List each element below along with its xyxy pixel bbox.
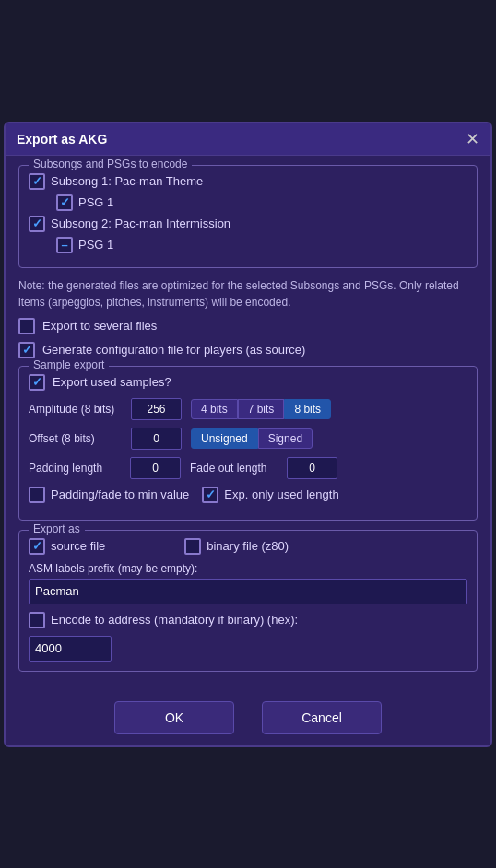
subsong1-checkbox[interactable] xyxy=(29,173,45,190)
subsongs-group-label: Subsongs and PSGs to encode xyxy=(29,158,192,170)
dialog-title: Export as AKG xyxy=(17,132,107,147)
exp-length-label: Exp. only used length xyxy=(224,487,338,501)
generate-config-row: Generate configuration file for players … xyxy=(18,342,478,358)
padding-label: Padding length xyxy=(29,462,121,475)
encode-row: Encode to address (mandatory if binary) … xyxy=(29,612,467,628)
generate-config-checkbox[interactable] xyxy=(18,342,35,358)
subsong2-label: Subsong 2: Pac-man Intermission xyxy=(51,217,230,230)
generate-config-label: Generate configuration file for players … xyxy=(42,343,305,357)
export-as-group-label: Export as xyxy=(29,522,85,535)
encode-checkbox[interactable] xyxy=(29,612,45,628)
title-bar: Export as AKG ✕ xyxy=(6,123,490,156)
offset-signed-btn[interactable]: Signed xyxy=(258,428,313,449)
subsongs-group: Subsongs and PSGs to encode Subsong 1: P… xyxy=(18,165,478,268)
export-samples-checkbox[interactable] xyxy=(29,374,45,391)
offset-input[interactable] xyxy=(131,428,182,450)
padding-input[interactable] xyxy=(130,457,181,479)
padmin-exp-row: Padding/fade to min value Exp. only used… xyxy=(29,487,467,503)
amplitude-btn-group: 4 bits 7 bits 8 bits xyxy=(191,399,331,419)
export-several-label: Export to several files xyxy=(42,319,157,333)
encode-label: Encode to address (mandatory if binary) … xyxy=(51,613,298,627)
asm-label: ASM labels prefix (may be empty): xyxy=(29,562,467,575)
amplitude-row: Amplitude (8 bits) 4 bits 7 bits 8 bits xyxy=(29,398,467,420)
source-label: source file xyxy=(51,539,105,553)
subsong2-checkbox[interactable] xyxy=(29,216,45,232)
amplitude-label: Amplitude (8 bits) xyxy=(29,403,125,416)
psg1-label: PSG 1 xyxy=(78,195,113,209)
psg2-checkbox[interactable] xyxy=(56,237,73,253)
amplitude-4bit-btn[interactable]: 4 bits xyxy=(191,399,238,419)
exp-length-checkbox[interactable] xyxy=(202,487,218,503)
encode-input[interactable] xyxy=(29,636,112,662)
close-button[interactable]: ✕ xyxy=(466,131,479,147)
binary-label: binary file (z80) xyxy=(207,539,289,553)
amplitude-8bit-btn[interactable]: 8 bits xyxy=(284,399,331,419)
sample-export-group-label: Sample export xyxy=(29,358,109,371)
cancel-button[interactable]: Cancel xyxy=(262,701,382,734)
dialog: Export as AKG ✕ Subsongs and PSGs to enc… xyxy=(4,122,492,747)
psg1-checkbox[interactable] xyxy=(56,194,73,211)
export-samples-row: Export used samples? xyxy=(29,374,467,391)
asm-input[interactable] xyxy=(29,579,467,604)
amplitude-input[interactable] xyxy=(131,398,182,420)
export-several-checkbox[interactable] xyxy=(18,318,35,334)
offset-label: Offset (8 bits) xyxy=(29,432,125,445)
padding-fade-row: Padding length Fade out length xyxy=(29,457,467,479)
source-checkbox[interactable] xyxy=(29,538,45,555)
offset-unsigned-btn[interactable]: Unsigned xyxy=(191,428,258,449)
sample-export-group: Sample export Export used samples? Ampli… xyxy=(18,366,478,521)
dialog-body: Subsongs and PSGs to encode Subsong 1: P… xyxy=(6,156,490,690)
offset-row: Offset (8 bits) Unsigned Signed xyxy=(29,428,467,450)
export-several-row: Export to several files xyxy=(18,318,478,334)
list-item: Subsong 1: Pac-man Theme xyxy=(29,173,467,190)
source-binary-row: source file binary file (z80) xyxy=(29,538,467,555)
ok-button[interactable]: OK xyxy=(114,701,234,734)
subsong-list[interactable]: Subsong 1: Pac-man Theme PSG 1 Subsong 2… xyxy=(29,173,467,258)
list-item: PSG 1 xyxy=(56,194,467,211)
padding-fade-min-checkbox[interactable] xyxy=(29,487,45,503)
list-item: Subsong 2: Pac-man Intermission xyxy=(29,216,467,232)
note-text: Note: the generated files are optimized … xyxy=(18,277,478,311)
psg2-label: PSG 1 xyxy=(78,238,113,252)
padding-fade-min-label: Padding/fade to min value xyxy=(51,487,189,501)
export-samples-label: Export used samples? xyxy=(53,375,171,389)
export-as-group: Export as source file binary file (z80) … xyxy=(18,530,478,672)
fade-input[interactable] xyxy=(287,457,337,479)
binary-checkbox[interactable] xyxy=(184,538,201,555)
amplitude-7bit-btn[interactable]: 7 bits xyxy=(238,399,285,419)
fade-label: Fade out length xyxy=(190,462,278,475)
offset-btn-group: Unsigned Signed xyxy=(191,428,313,449)
subsong1-label: Subsong 1: Pac-man Theme xyxy=(51,174,203,188)
dialog-footer: OK Cancel xyxy=(6,690,490,745)
list-item: PSG 1 xyxy=(56,237,467,253)
